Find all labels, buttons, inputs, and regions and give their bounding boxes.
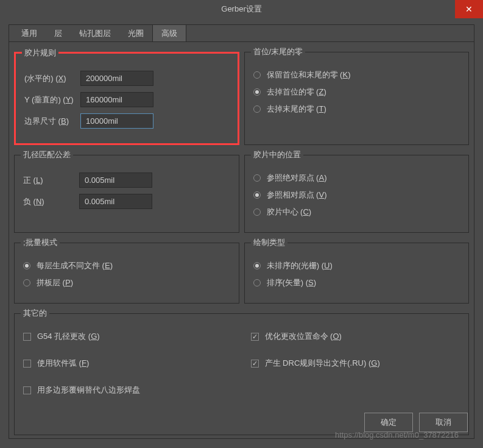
check-label: G54 孔径更改 (G) xyxy=(37,331,100,342)
pos-label: 正 (L) xyxy=(23,175,79,186)
group-plot-type: 绘制类型 未排序的(光栅) (U) 排序(矢量) (S) xyxy=(244,243,470,304)
horizontal-input[interactable] xyxy=(80,71,153,86)
neg-label: 负 (N) xyxy=(23,196,79,207)
group-film-rules: 胶片规则 (水平的) (X) Y (垂直的) (Y) 边界尺寸 (B) xyxy=(14,52,239,145)
tab-bar: 通用 层 钻孔图层 光圈 高级 xyxy=(9,25,474,42)
tab-aperture[interactable]: 光圈 xyxy=(119,25,152,41)
group-title-batch: ;批量模式 xyxy=(21,237,60,248)
radio-film-center[interactable]: 胶片中心 (C) xyxy=(253,207,460,218)
group-zeros: 首位/末尾的零 保留首位和末尾的零 (K) 去掉首位的零 (Z) 去掉末尾的零 … xyxy=(244,52,470,145)
cancel-button[interactable]: 取消 xyxy=(419,413,468,432)
radio-strip-leading[interactable]: 去掉首位的零 (Z) xyxy=(253,87,460,98)
radio-icon xyxy=(253,279,261,286)
vertical-label: Y (垂直的) (Y) xyxy=(24,94,80,105)
check-g54[interactable]: G54 孔径更改 (G) xyxy=(23,331,233,342)
radio-label: 拼板层 (P) xyxy=(37,277,73,288)
group-title-other: 其它的 xyxy=(21,308,49,319)
radio-unsorted[interactable]: 未排序的(光栅) (U) xyxy=(253,260,460,271)
check-label: 优化更改位置命令 (O) xyxy=(265,331,342,342)
tab-advanced[interactable]: 高级 xyxy=(152,24,186,41)
tab-layers[interactable]: 层 xyxy=(46,25,71,41)
radio-icon xyxy=(253,88,261,96)
radio-icon xyxy=(253,191,261,199)
radio-sorted[interactable]: 排序(矢量) (S) xyxy=(253,277,460,288)
group-title-zeros: 首位/末尾的零 xyxy=(251,46,306,57)
check-optimize[interactable]: 优化更改位置命令 (O) xyxy=(251,331,460,342)
horizontal-label: (水平的) (X) xyxy=(24,73,80,84)
checkbox-icon xyxy=(23,386,31,394)
group-title-plot: 绘制类型 xyxy=(251,237,287,248)
vertical-input[interactable] xyxy=(80,92,153,107)
group-film-position: 胶片中的位置 参照绝对原点 (A) 参照相对原点 (V) 胶片中心 (C) xyxy=(244,155,470,233)
checkbox-icon xyxy=(251,360,259,368)
radio-label: 参照相对原点 (V) xyxy=(267,190,327,201)
dialog-footer: 确定 取消 xyxy=(364,413,468,432)
radio-strip-trailing[interactable]: 去掉末尾的零 (T) xyxy=(253,104,460,115)
radio-keep-zeros[interactable]: 保留首位和末尾的零 (K) xyxy=(253,69,460,80)
radio-icon xyxy=(23,262,30,269)
group-title-film-rules: 胶片规则 xyxy=(22,48,58,59)
group-batch-mode: ;批量模式 每层生成不同文件 (E) 拼板层 (P) xyxy=(14,243,239,304)
radio-label: 去掉末尾的零 (T) xyxy=(267,104,326,115)
radio-rel-origin[interactable]: 参照相对原点 (V) xyxy=(253,190,460,201)
check-octagon[interactable]: 用多边形覆铜替代八边形焊盘 xyxy=(23,385,233,396)
check-label: 产生 DRC规则导出文件(.RU) (G) xyxy=(265,358,380,369)
ok-button[interactable]: 确定 xyxy=(364,413,413,432)
radio-icon xyxy=(253,174,261,182)
checkbox-icon xyxy=(23,333,31,341)
border-input[interactable] xyxy=(80,113,153,129)
border-label: 边界尺寸 (B) xyxy=(24,116,80,127)
tab-drill[interactable]: 钻孔图层 xyxy=(71,25,119,41)
check-label: 用多边形覆铜替代八边形焊盘 xyxy=(37,385,140,396)
window-title: Gerber设置 xyxy=(221,4,261,15)
group-title-aperture: 孔径匹配公差 xyxy=(21,149,73,160)
tab-general[interactable]: 通用 xyxy=(13,25,46,41)
radio-label: 排序(矢量) (S) xyxy=(267,277,317,288)
radio-label: 胶片中心 (C) xyxy=(267,207,312,218)
radio-icon xyxy=(253,105,261,113)
close-icon: ✕ xyxy=(465,4,473,14)
radio-icon xyxy=(253,262,261,269)
check-soft-arc[interactable]: 使用软件弧 (F) xyxy=(23,358,233,369)
radio-label: 参照绝对原点 (A) xyxy=(267,172,327,183)
group-title-position: 胶片中的位置 xyxy=(251,149,303,160)
close-button[interactable]: ✕ xyxy=(455,0,483,18)
radio-label: 保留首位和末尾的零 (K) xyxy=(267,69,351,80)
neg-input[interactable] xyxy=(79,194,152,209)
pos-input[interactable] xyxy=(79,172,152,188)
checkbox-icon xyxy=(251,333,259,341)
radio-abs-origin[interactable]: 参照绝对原点 (A) xyxy=(253,172,460,183)
radio-label: 去掉首位的零 (Z) xyxy=(267,87,326,98)
radio-panel[interactable]: 拼板层 (P) xyxy=(23,277,230,288)
check-label: 使用软件弧 (F) xyxy=(37,358,89,369)
titlebar: Gerber设置 ✕ xyxy=(0,0,483,18)
group-aperture-tolerance: 孔径匹配公差 正 (L) 负 (N) xyxy=(14,155,239,233)
radio-icon xyxy=(253,208,261,216)
checkbox-icon xyxy=(23,360,31,368)
radio-icon xyxy=(253,71,261,79)
radio-icon xyxy=(23,279,30,286)
radio-label: 每层生成不同文件 (E) xyxy=(37,260,113,271)
radio-label: 未排序的(光栅) (U) xyxy=(267,260,333,271)
check-drc-rules[interactable]: 产生 DRC规则导出文件(.RU) (G) xyxy=(251,358,460,369)
radio-per-layer[interactable]: 每层生成不同文件 (E) xyxy=(23,260,230,271)
